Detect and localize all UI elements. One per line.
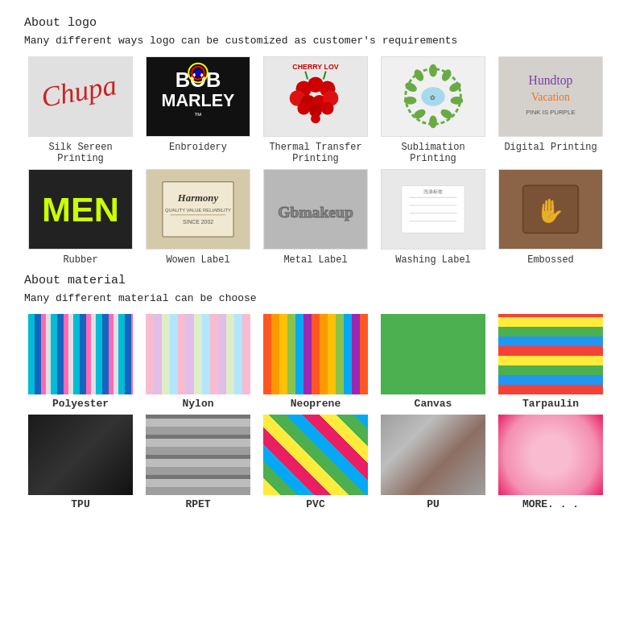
nylon-label: Nylon xyxy=(182,398,213,410)
list-item: ✿ Sublimation Printing xyxy=(377,56,489,164)
enbroidery-label: Enbroidery xyxy=(169,142,227,153)
tpu-image xyxy=(28,415,133,495)
digital-label: Digital Printing xyxy=(504,142,597,153)
svg-text:CHERRY LOV: CHERRY LOV xyxy=(292,63,338,71)
page: About logo Many different ways logo can … xyxy=(0,0,644,644)
metal-image: Gbmakeup xyxy=(263,169,368,250)
list-item: BOB MARLEY ™ Enbroidery xyxy=(142,56,254,164)
list-item: Polyester xyxy=(24,314,137,410)
polyester-label: Polyester xyxy=(52,398,109,410)
svg-text:洗涤标签: 洗涤标签 xyxy=(423,189,443,194)
list-item: RPET xyxy=(142,415,254,510)
rubber-image: MEN xyxy=(28,169,133,250)
svg-text:Gbmakeup: Gbmakeup xyxy=(278,204,353,221)
svg-text:Hundtop: Hundtop xyxy=(529,73,573,88)
list-item: 洗涤标签 Washing Label xyxy=(377,169,489,266)
list-item: MEN Rubber xyxy=(24,169,137,266)
sublimation-label: Sublimation Printing xyxy=(377,142,489,164)
rubber-label: Rubber xyxy=(63,254,97,266)
svg-text:MARLEY: MARLEY xyxy=(162,90,236,110)
svg-text:™: ™ xyxy=(194,111,202,120)
svg-point-31 xyxy=(429,116,437,129)
svg-text:SINCE 2002: SINCE 2002 xyxy=(183,219,213,225)
svg-point-20 xyxy=(311,114,320,124)
thermal-image: CHERRY LOV xyxy=(263,56,368,137)
canvas-label: Canvas xyxy=(415,398,452,410)
digital-image: Hundtop Vacation PINK IS PURPLE xyxy=(498,56,603,137)
material-row1: Polyester Nylon Neoprene Canvas Tarpauli… xyxy=(24,314,620,410)
svg-text:✿: ✿ xyxy=(431,94,436,101)
rpet-label: RPET xyxy=(185,498,210,510)
list-item: Harmony QUALITY VALUE RELIABILITY SINCE … xyxy=(142,169,254,266)
list-item: PU xyxy=(377,415,489,510)
svg-text:✋: ✋ xyxy=(536,196,566,225)
about-logo-section: About logo Many different ways logo can … xyxy=(24,16,620,266)
tpu-label: TPU xyxy=(71,498,89,510)
about-material-section: About material Many different material c… xyxy=(24,274,620,510)
metal-label: Metal Label xyxy=(283,254,347,266)
polyester-image xyxy=(28,314,133,394)
silk-screen-image: Chupa xyxy=(28,56,133,137)
pu-label: PU xyxy=(427,498,440,510)
svg-text:Harmony: Harmony xyxy=(177,192,219,204)
logo-row2: MEN Rubber Harmony QUALITY VALUE RELIABI… xyxy=(24,169,620,266)
woven-image: Harmony QUALITY VALUE RELIABILITY SINCE … xyxy=(146,169,250,250)
list-item: Nylon xyxy=(142,314,254,410)
list-item: Gbmakeup Metal Label xyxy=(259,169,372,266)
list-item: ✋ Embossed xyxy=(494,169,607,266)
svg-point-26 xyxy=(429,64,437,77)
washing-label: Washing Label xyxy=(395,254,471,266)
list-item: Canvas xyxy=(377,314,489,410)
rpet-image xyxy=(146,415,250,495)
silk-screen-label: Silk Sereen Printing xyxy=(24,142,137,164)
about-material-subtitle: Many different material can be choose xyxy=(24,292,620,304)
enbroidery-image: BOB MARLEY ™ xyxy=(146,56,250,137)
about-material-title: About material xyxy=(24,274,620,287)
svg-point-33 xyxy=(404,97,417,105)
list-item: Neoprene xyxy=(259,314,372,410)
woven-label: Wowen Label xyxy=(166,254,229,266)
more-image xyxy=(498,415,603,495)
pvc-label: PVC xyxy=(306,498,324,510)
pu-image xyxy=(381,415,485,495)
pvc-image xyxy=(263,415,368,495)
list-item: MORE. . . xyxy=(494,415,607,510)
svg-point-19 xyxy=(321,102,334,115)
svg-text:QUALITY VALUE RELIABILITY: QUALITY VALUE RELIABILITY xyxy=(165,208,231,213)
neoprene-label: Neoprene xyxy=(291,398,341,410)
list-item: PVC xyxy=(259,415,372,510)
svg-point-17 xyxy=(297,102,310,115)
svg-point-29 xyxy=(451,97,464,105)
svg-point-8 xyxy=(195,70,201,76)
about-logo-subtitle: Many different ways logo can be customiz… xyxy=(24,35,620,47)
sublimation-image: ✿ xyxy=(381,56,485,137)
list-item: CHERRY LOV Thermal Transfer Printing xyxy=(259,56,372,164)
list-item: TPU xyxy=(24,415,137,510)
svg-text:PINK IS PURPLE: PINK IS PURPLE xyxy=(526,109,575,116)
list-item: Hundtop Vacation PINK IS PURPLE Digital … xyxy=(494,56,607,164)
logo-row1: Chupa Silk Sereen Printing BOB MARLEY ™ xyxy=(24,56,620,164)
nylon-image xyxy=(146,314,250,394)
tarpaulin-image xyxy=(498,314,603,394)
washing-image: 洗涤标签 xyxy=(381,169,485,250)
embossed-label: Embossed xyxy=(527,254,574,266)
more-label: MORE. . . xyxy=(522,498,579,510)
embossed-image: ✋ xyxy=(498,169,603,250)
about-logo-title: About logo xyxy=(24,16,620,30)
tarpaulin-label: Tarpaulin xyxy=(522,398,579,410)
material-row2: TPU RPET PVC PU MORE. . . xyxy=(24,415,620,510)
neoprene-image xyxy=(263,314,368,394)
list-item: Chupa Silk Sereen Printing xyxy=(24,56,137,164)
list-item: Tarpaulin xyxy=(494,314,607,410)
svg-text:MEN: MEN xyxy=(42,190,119,229)
thermal-label: Thermal Transfer Printing xyxy=(259,142,372,164)
canvas-image xyxy=(381,314,485,394)
svg-text:Vacation: Vacation xyxy=(531,91,570,103)
